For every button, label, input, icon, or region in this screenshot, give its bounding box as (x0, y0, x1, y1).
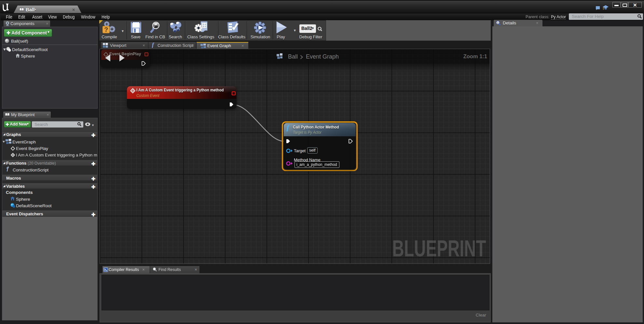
svg-text:?: ? (104, 26, 108, 33)
svg-text:i: i (498, 21, 498, 24)
